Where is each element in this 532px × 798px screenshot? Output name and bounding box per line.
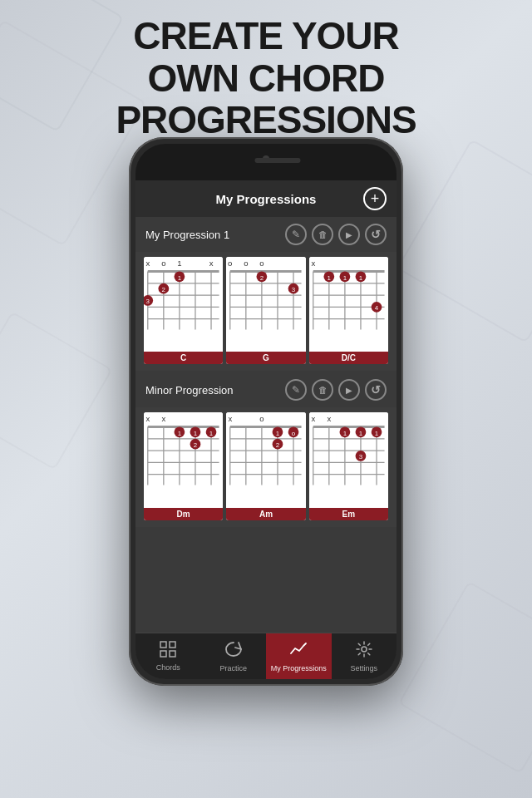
svg-text:x: x — [161, 415, 165, 424]
svg-text:1: 1 — [178, 430, 182, 437]
chord-diagram-Dm: x x — [144, 412, 223, 507]
svg-text:4: 4 — [374, 304, 378, 312]
progression-name-1: My Progression 1 — [145, 229, 280, 241]
svg-rect-114 — [160, 642, 166, 648]
chord-card-C[interactable]: x o 1 x — [144, 257, 223, 364]
svg-text:1: 1 — [342, 430, 347, 437]
progression-section-1: My Progression 1 ✎ 🗑 ▶ ↺ — [135, 217, 397, 371]
svg-text:1: 1 — [358, 274, 362, 282]
chord-diagram-DC: x — [309, 257, 388, 352]
svg-text:1: 1 — [178, 274, 182, 282]
chords-row-1: x o 1 x — [135, 252, 397, 371]
progressions-nav-label: My Progressions — [271, 664, 327, 672]
chord-card-Dm[interactable]: x x — [144, 412, 223, 520]
chord-label-Am: Am — [226, 508, 305, 520]
bottom-navigation: Chords Practice — [135, 633, 397, 679]
chord-label-Em: Em — [309, 508, 388, 520]
svg-text:x: x — [327, 415, 331, 424]
edit-progression-2-button[interactable]: ✎ — [285, 379, 307, 401]
chord-label-DC: D/C — [309, 352, 388, 364]
svg-text:1: 1 — [374, 430, 378, 437]
nav-item-settings[interactable]: Settings — [332, 633, 397, 679]
svg-text:o: o — [244, 259, 249, 268]
chord-label-Dm: Dm — [144, 508, 223, 520]
add-progression-button[interactable]: + — [363, 187, 387, 210]
svg-text:2: 2 — [162, 286, 166, 293]
svg-point-118 — [362, 647, 367, 652]
svg-rect-116 — [160, 651, 166, 657]
svg-text:x: x — [209, 259, 214, 268]
phone-mockup: My Progressions + My Progression 1 ✎ 🗑 ▶ — [129, 137, 403, 686]
nav-item-chords[interactable]: Chords — [135, 633, 201, 679]
chord-card-G[interactable]: o o o — [226, 257, 305, 364]
svg-text:x: x — [311, 259, 315, 268]
svg-text:3: 3 — [146, 298, 150, 305]
chord-diagram-Am: x o — [226, 412, 305, 507]
progression-header-2: Minor Progression ✎ 🗑 ▶ ↺ — [135, 372, 397, 407]
progression-section-2: Minor Progression ✎ 🗑 ▶ ↺ — [135, 372, 397, 526]
chord-card-Em[interactable]: x x — [309, 412, 388, 520]
headline-line1: CREATE YOUR — [0, 15, 532, 57]
practice-nav-label: Practice — [219, 664, 247, 672]
chord-card-Am[interactable]: x o — [226, 412, 305, 520]
delete-progression-1-button[interactable]: 🗑 — [312, 224, 333, 245]
svg-text:o: o — [260, 415, 264, 424]
svg-text:2: 2 — [194, 441, 198, 449]
svg-text:1: 1 — [342, 274, 347, 282]
chords-row-2: x x — [135, 407, 397, 526]
headline-line2: OWN CHORD — [0, 57, 532, 100]
svg-text:2: 2 — [260, 274, 264, 282]
svg-rect-115 — [170, 642, 175, 648]
svg-text:x: x — [145, 259, 150, 268]
title-bar: My Progressions + — [135, 180, 397, 217]
play-progression-2-button[interactable]: ▶ — [338, 379, 360, 401]
svg-text:x: x — [229, 415, 233, 424]
progressions-icon — [289, 640, 308, 663]
svg-text:x: x — [311, 415, 315, 424]
svg-text:1: 1 — [327, 274, 331, 282]
settings-nav-label: Settings — [350, 664, 377, 672]
svg-text:o: o — [260, 259, 264, 268]
phone-inner: My Progressions + My Progression 1 ✎ 🗑 ▶ — [135, 144, 397, 679]
settings-icon — [355, 640, 373, 663]
loop-progression-1-button[interactable]: ↺ — [365, 224, 387, 245]
chord-diagram-Em: x x — [309, 412, 388, 507]
nav-item-my-progressions[interactable]: My Progressions — [266, 633, 332, 679]
svg-text:1: 1 — [194, 430, 198, 437]
chord-diagram-C: x o 1 x — [144, 257, 223, 352]
play-progression-1-button[interactable]: ▶ — [338, 224, 360, 245]
delete-progression-2-button[interactable]: 🗑 — [312, 379, 333, 401]
svg-text:o: o — [292, 430, 296, 437]
edit-progression-1-button[interactable]: ✎ — [285, 224, 307, 245]
nav-item-practice[interactable]: Practice — [201, 633, 267, 679]
chords-nav-label: Chords — [156, 663, 180, 672]
chord-diagram-G: o o o — [226, 257, 305, 352]
svg-text:1: 1 — [276, 430, 280, 437]
practice-icon — [224, 640, 243, 663]
svg-text:1: 1 — [358, 430, 362, 437]
svg-rect-117 — [170, 651, 175, 657]
phone-speaker — [255, 158, 301, 163]
headline-line3: PROGRESSIONS — [0, 99, 532, 141]
svg-text:x: x — [145, 415, 150, 424]
svg-text:2: 2 — [276, 441, 280, 449]
hero-headline: CREATE YOUR OWN CHORD PROGRESSIONS — [0, 15, 532, 141]
progression-name-2: Minor Progression — [145, 384, 280, 397]
phone-screen: My Progressions + My Progression 1 ✎ 🗑 ▶ — [135, 180, 397, 679]
svg-text:1: 1 — [209, 430, 214, 437]
progression-header-1: My Progression 1 ✎ 🗑 ▶ ↺ — [135, 217, 397, 252]
svg-text:o: o — [228, 259, 232, 268]
chord-label-G: G — [226, 352, 305, 364]
screen-title: My Progressions — [169, 192, 363, 206]
loop-progression-2-button[interactable]: ↺ — [365, 379, 387, 401]
chord-card-DC[interactable]: x — [309, 257, 388, 364]
svg-text:o: o — [161, 259, 165, 268]
chords-icon — [160, 641, 176, 662]
chord-label-C: C — [144, 352, 223, 364]
svg-text:1: 1 — [177, 259, 181, 268]
svg-text:3: 3 — [292, 286, 296, 293]
svg-text:3: 3 — [358, 454, 362, 461]
